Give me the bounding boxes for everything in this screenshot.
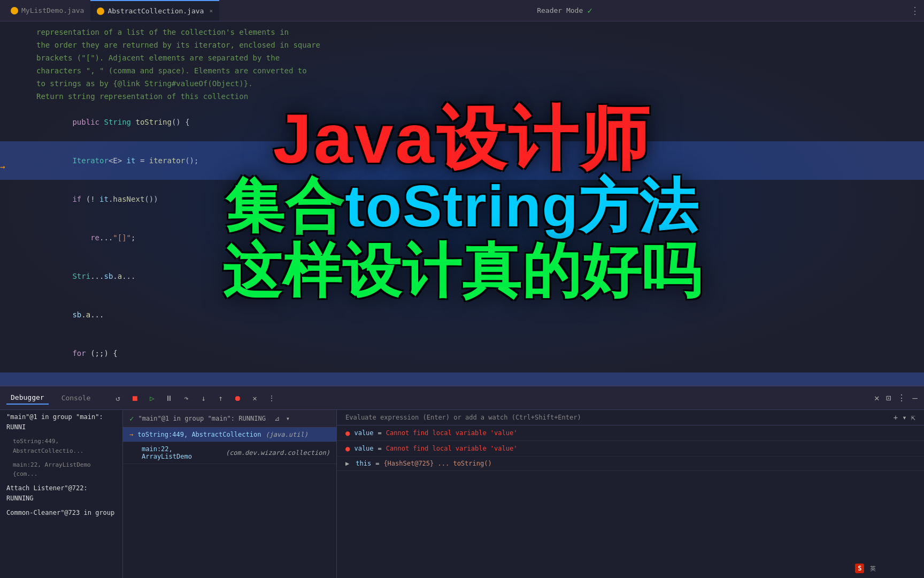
code-text-for: for (;;) {	[32, 334, 118, 372]
thread-tostring[interactable]: toString:449, AbstractCollectio...	[0, 435, 122, 458]
step-into-btn[interactable]: ↓	[197, 392, 209, 404]
frame-main[interactable]: main:22, ArrayListDemo (com.dev.wizard.c…	[123, 442, 336, 464]
overflow-menu[interactable]: ⋮	[910, 5, 920, 16]
debug-panel: Debugger Console ↺ ⏹ ▷ ⏸ ↷ ↓ ↑ ⏺ ✕ ⋮ ✕ ⊡…	[0, 385, 924, 578]
tab-bar: MyListDemo.java AbstractCollection.java …	[0, 0, 924, 21]
comment-text: Return string representation of this col…	[32, 90, 248, 103]
restart-btn[interactable]: ↺	[112, 392, 124, 404]
code-comment-line: brackets ("["). Adjacent elements are se…	[0, 51, 924, 64]
var-name-1: value	[354, 429, 373, 437]
frame-class-text: (java.util)	[265, 431, 307, 438]
code-text-if: if (! it.hasNext())	[32, 180, 158, 218]
frame-main-method: main:22, ArrayListDemo	[142, 445, 221, 460]
code-line-if[interactable]: if (! it.hasNext())	[0, 180, 924, 218]
code-area: representation of a list of the collecti…	[0, 21, 924, 385]
thread-main[interactable]: "main"@1 in group "main": RUNNI	[0, 410, 122, 435]
tab-label: MyListDemo.java	[21, 6, 84, 14]
code-comment-line: representation of a list of the collecti…	[0, 26, 924, 39]
filter-icon[interactable]: ⊿	[274, 415, 280, 422]
threads-panel: "main"@1 in group "main": RUNNI toString…	[0, 410, 123, 578]
code-line-sbappend[interactable]: sb.a...	[0, 295, 924, 334]
expand-arrow[interactable]: ▶	[345, 460, 349, 467]
stack-frame-main: main:22, ArrayListDemo {com...	[6, 460, 116, 479]
code-line-method-sig[interactable]: public String toString() {	[0, 103, 924, 141]
code-text-ret: re..."[]";	[32, 218, 135, 257]
cleaner-thread-name: Common-Cleaner"@723 in group	[6, 508, 116, 518]
step-over-btn[interactable]: ↷	[180, 392, 192, 404]
debug-content: "main"@1 in group "main": RUNNI toString…	[0, 410, 924, 578]
thread-name: "main"@1 in group "main": RUNNI	[6, 412, 116, 432]
code-comment-line: characters ", " (comma and space). Eleme…	[0, 64, 924, 77]
frame-method-text: toString:449, AbstractCollection	[137, 431, 261, 438]
code-comment-line: to strings as by {@link String#valueOf(O…	[0, 77, 924, 90]
reader-mode-label: Reader Mode	[537, 6, 583, 14]
thread-main22[interactable]: main:22, ArrayListDemo {com...	[0, 458, 122, 481]
minimize-btn[interactable]: —	[912, 393, 918, 403]
comment-text: representation of a list of the collecti…	[32, 26, 289, 39]
stop-btn[interactable]: ⏹	[129, 392, 141, 404]
comment-text: brackets ("["). Adjacent elements are se…	[32, 51, 280, 64]
code-line-sb[interactable]: Stri...sb.a...	[0, 257, 924, 295]
var-this-val: {HashSet@725} ... toString()	[383, 460, 491, 467]
close-debug-btn[interactable]: ✕	[874, 393, 880, 403]
add-watch-btn[interactable]: +	[894, 413, 898, 422]
code-text-sig: public String toString() {	[32, 103, 190, 141]
arrow-icon: →	[0, 161, 5, 173]
brand-logo: S 英	[855, 565, 876, 573]
eval-dropdown-btn[interactable]: ▾	[902, 413, 906, 422]
code-line-enext[interactable]: E e = it.ne...	[0, 372, 924, 385]
filter-dropdown[interactable]: ▾	[286, 415, 290, 422]
var-this-name: this	[356, 460, 371, 467]
more-btn[interactable]: ⋮	[897, 393, 906, 403]
tab-abstractcollection[interactable]: AbstractCollection.java ×	[90, 0, 219, 21]
frame-main-class: (com.dev.wizard.collection)	[226, 449, 330, 457]
evaluate-row: Evaluate expression (Enter) or add a wat…	[337, 410, 924, 425]
clear-btn[interactable]: ✕	[249, 392, 260, 404]
debug-right-layout: Evaluate expression (Enter) or add a wat…	[337, 410, 924, 578]
var-error-text-1: Cannot find local variable 'value'	[386, 429, 518, 437]
code-line-iterator[interactable]: → Iterator<E> it = iterator();	[0, 141, 924, 180]
var-item-value2[interactable]: ● value = Cannot find local variable 'va…	[337, 441, 924, 457]
eval-expand-btn[interactable]: ⇱	[911, 413, 915, 422]
resume-btn[interactable]: ▷	[146, 392, 158, 404]
error-icon-1: ●	[345, 429, 350, 437]
tab-mylistdemo[interactable]: MyListDemo.java	[4, 0, 90, 21]
code-line-for[interactable]: for (;;) {	[0, 334, 924, 372]
frame-tostring[interactable]: → toString:449, AbstractCollection (java…	[123, 428, 336, 442]
comment-text: characters ", " (comma and space). Eleme…	[32, 64, 307, 77]
var-eq-2: =	[378, 445, 382, 452]
code-comment-line: Return string representation of this col…	[0, 90, 924, 103]
settings-btn[interactable]: ⋮	[266, 392, 278, 404]
frame-filter-label: "main"@1 in group "main": RUNNING	[138, 415, 265, 422]
code-text-enext: E e = it.ne...	[32, 372, 153, 385]
mute-btn[interactable]: ⏺	[232, 392, 243, 404]
code-line-return-empty[interactable]: re..."[]";	[0, 218, 924, 257]
comment-text: to strings as by {@link String#valueOf(O…	[32, 77, 253, 90]
thread-cleaner[interactable]: Common-Cleaner"@723 in group	[0, 506, 122, 520]
split-btn[interactable]: ⊡	[886, 393, 891, 403]
debug-tab-console[interactable]: Console	[57, 392, 95, 404]
file-icon-active	[97, 7, 104, 15]
brand-s: S	[855, 564, 864, 573]
tab-label-active: AbstractCollection.java	[107, 7, 204, 15]
frames-panel: ✓ "main"@1 in group "main": RUNNING ⊿ ▾ …	[123, 410, 337, 578]
debug-tab-debugger[interactable]: Debugger	[6, 391, 49, 405]
editor-area: MyListDemo.java AbstractCollection.java …	[0, 0, 924, 385]
debug-toolbar: Debugger Console ↺ ⏹ ▷ ⏸ ↷ ↓ ↑ ⏺ ✕ ⋮ ✕ ⊡…	[0, 386, 924, 410]
code-comment-line: the order they are returned by its itera…	[0, 39, 924, 51]
stack-frame-tostring: toString:449, AbstractCollectio...	[6, 437, 116, 455]
evaluate-placeholder[interactable]: Evaluate expression (Enter) or add a wat…	[345, 414, 889, 421]
var-item-value1[interactable]: ● value = Cannot find local variable 'va…	[337, 425, 924, 441]
thread-attach[interactable]: Attach Listener"@722: RUNNING	[0, 481, 122, 506]
variables-panel: ● value = Cannot find local variable 'va…	[337, 425, 924, 578]
frame-check-icon: ✓	[129, 414, 134, 423]
tab-close-btn[interactable]: ×	[209, 7, 213, 14]
code-text-sb: Stri...sb.a...	[32, 257, 135, 295]
step-out-btn[interactable]: ↑	[214, 392, 226, 404]
debug-controls: ↺ ⏹ ▷ ⏸ ↷ ↓ ↑ ⏺ ✕ ⋮	[112, 392, 278, 404]
var-item-this[interactable]: ▶ this = {HashSet@725} ... toString()	[337, 457, 924, 471]
pause-btn[interactable]: ⏸	[163, 392, 175, 404]
var-this-eq: =	[375, 460, 379, 467]
reader-mode-check: ✓	[587, 5, 592, 16]
code-text-iter: Iterator<E> it = iterator();	[32, 141, 198, 180]
